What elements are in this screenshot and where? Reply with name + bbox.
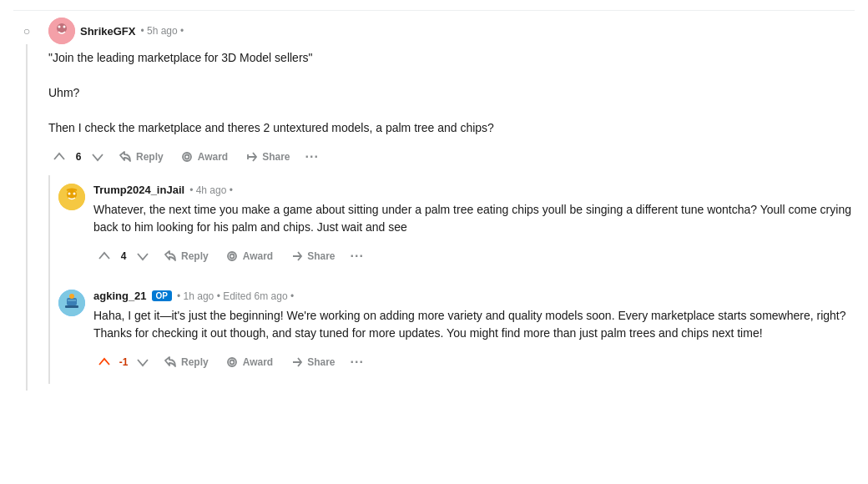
svg-point-11 — [230, 255, 234, 259]
award-button-agking[interactable]: Award — [219, 351, 280, 373]
vote-count-trump: 4 — [119, 250, 129, 262]
comment-header-trump: Trump2024_inJail • 4h ago • — [93, 184, 855, 196]
comment-text-trump: Whatever, the next time you make a game … — [93, 201, 855, 236]
comment-left-shrike: ○ — [13, 18, 40, 391]
svg-point-16 — [228, 358, 236, 366]
avatar-agking — [58, 290, 85, 316]
action-bar-shrike: 6 Reply — [48, 145, 855, 169]
op-badge-agking: OP — [152, 290, 172, 301]
action-bar-trump: 4 Reply — [93, 245, 855, 268]
upvote-button-trump[interactable] — [93, 246, 115, 266]
share-button-agking[interactable]: Share — [283, 351, 341, 373]
reply-button-shrike[interactable]: Reply — [112, 146, 170, 168]
svg-point-10 — [228, 252, 236, 260]
comment-thread: ○ ShrikeGFX • 5h ago • " — [0, 0, 868, 401]
comment-text-shrike: "Join the leading marketplace for 3D Mod… — [48, 49, 855, 137]
award-button-trump[interactable]: Award — [219, 245, 280, 267]
comment-header-shrike: ShrikeGFX • 5h ago • — [48, 18, 855, 44]
vote-section-agking: -1 — [93, 352, 154, 372]
comment-text-agking: Haha, I get it—it's just the beginning! … — [93, 307, 855, 342]
vote-count-shrike: 6 — [73, 151, 83, 163]
thread-line-shrike — [26, 44, 28, 391]
divider — [13, 10, 855, 11]
svg-point-15 — [69, 294, 74, 299]
username-agking[interactable]: agking_21 — [93, 290, 147, 302]
reply-button-agking[interactable]: Reply — [157, 351, 215, 373]
share-button-shrike[interactable]: Share — [238, 146, 296, 168]
svg-point-17 — [230, 360, 234, 365]
collapse-icon: ○ — [23, 24, 30, 38]
more-button-trump[interactable]: ··· — [346, 245, 369, 268]
comment-trump: Trump2024_inJail • 4h ago • Whatever, th… — [58, 175, 855, 278]
downvote-button-shrike[interactable] — [87, 147, 108, 167]
upvote-button-shrike[interactable] — [48, 147, 70, 167]
svg-rect-14 — [65, 305, 78, 308]
avatar-shrike — [48, 18, 75, 44]
comment-body-shrike: ShrikeGFX • 5h ago • "Join the leading m… — [48, 18, 855, 391]
svg-point-3 — [63, 26, 66, 28]
avatar-trump — [58, 184, 85, 210]
replies-shrike: Trump2024_inJail • 4h ago • Whatever, th… — [48, 175, 855, 384]
svg-point-7 — [67, 189, 77, 199]
downvote-button-agking[interactable] — [132, 352, 154, 372]
action-bar-agking: -1 Repl — [93, 350, 855, 374]
comment-header-agking: agking_21 OP • 1h ago • Edited 6m ago • — [93, 290, 855, 302]
reply-button-trump[interactable]: Reply — [157, 245, 215, 267]
svg-point-5 — [184, 155, 189, 159]
timestamp-trump: • 4h ago • — [189, 184, 233, 196]
award-button-shrike[interactable]: Award — [174, 146, 235, 168]
comment-agking: agking_21 OP • 1h ago • Edited 6m ago • … — [58, 281, 855, 384]
svg-point-2 — [58, 26, 61, 28]
comment-shrike: ○ ShrikeGFX • 5h ago • " — [13, 18, 855, 391]
vote-section-trump: 4 — [93, 246, 154, 266]
svg-point-8 — [68, 193, 71, 195]
downvote-button-trump[interactable] — [132, 246, 154, 266]
upvote-button-agking[interactable] — [93, 352, 115, 372]
collapse-button-shrike[interactable]: ○ — [20, 21, 33, 41]
svg-point-4 — [183, 153, 191, 161]
timestamp-agking: • 1h ago • Edited 6m ago • — [177, 290, 294, 302]
more-button-agking[interactable]: ··· — [346, 350, 369, 374]
share-button-trump[interactable]: Share — [283, 245, 341, 267]
timestamp-shrike: • 5h ago • — [140, 25, 184, 37]
more-button-shrike[interactable]: ··· — [300, 145, 324, 169]
vote-section-shrike: 6 — [48, 147, 108, 167]
svg-rect-13 — [67, 298, 77, 305]
username-shrike[interactable]: ShrikeGFX — [80, 25, 135, 38]
svg-point-9 — [73, 193, 76, 195]
comment-body-trump: Trump2024_inJail • 4h ago • Whatever, th… — [93, 184, 855, 275]
vote-count-agking: -1 — [119, 356, 129, 368]
comment-body-agking: agking_21 OP • 1h ago • Edited 6m ago • … — [93, 290, 855, 381]
username-trump[interactable]: Trump2024_inJail — [93, 184, 184, 196]
